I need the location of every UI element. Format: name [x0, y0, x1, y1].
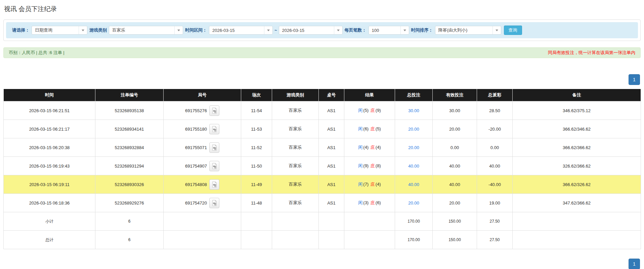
- subtotal-row: 小计 6 170.00 150.00 27.50: [4, 212, 641, 231]
- range-tilde: ~: [274, 28, 277, 33]
- total-bet-link[interactable]: 40.00: [408, 164, 419, 169]
- round-number: 691755071: [185, 145, 207, 150]
- cell-payout: -20.00: [477, 120, 513, 138]
- cell-game-type: 百家乐: [272, 120, 319, 138]
- cell-time: 2026-03-15 06:20:38: [4, 138, 95, 157]
- total-count: 6: [95, 231, 164, 249]
- page-1-button[interactable]: 1: [629, 259, 640, 269]
- subtotal-empty: [319, 212, 344, 231]
- total-empty: [513, 231, 641, 249]
- chevron-down-icon: [264, 26, 272, 34]
- round-number: 691754720: [185, 200, 207, 206]
- game-type-label: 游戏类别: [89, 27, 107, 33]
- table-row: 2026-03-15 06:18:36 523268929276 6917547…: [4, 194, 641, 212]
- result-banker-score: (9): [376, 108, 381, 113]
- query-type-select[interactable]: 日期查询: [32, 26, 87, 35]
- pagination-bottom: 1: [3, 259, 640, 269]
- video-replay-button[interactable]: [209, 105, 219, 116]
- cell-result: 闲(6) 庄(5): [344, 120, 395, 138]
- cell-table-no: AS1: [319, 138, 344, 157]
- search-button[interactable]: 查询: [504, 26, 522, 35]
- round-number: 691755180: [185, 127, 207, 132]
- result-player-score: (5): [363, 108, 369, 113]
- cell-table-no: AS1: [319, 101, 344, 120]
- total-bet-link[interactable]: 20.00: [408, 127, 419, 132]
- cell-bet-id: 523268931294: [95, 157, 164, 175]
- video-file-icon: [211, 200, 217, 206]
- round-number: 691754907: [185, 164, 207, 169]
- total-bet-link[interactable]: 40.00: [408, 182, 419, 187]
- total-bet-link[interactable]: 20.00: [408, 145, 419, 150]
- date-from-value: 2026-03-15: [209, 26, 264, 34]
- subtotal-empty: [513, 212, 641, 231]
- cell-round-id: 691755276: [164, 101, 241, 120]
- date-to-select[interactable]: 2026-03-15: [279, 26, 343, 35]
- result-player-score: (4): [363, 145, 369, 150]
- cell-payout: 40.00: [477, 157, 513, 175]
- cell-total-bet: 40.00: [395, 157, 433, 175]
- cell-result: 闲(4) 庄(4): [344, 138, 395, 157]
- query-type-value: 日期查询: [32, 26, 79, 34]
- pagination-top: 1: [3, 74, 640, 85]
- game-type-select[interactable]: 百家乐: [109, 26, 183, 35]
- cell-time: 2026-03-15 06:19:43: [4, 157, 95, 175]
- date-from-select[interactable]: 2026-03-15: [209, 26, 273, 35]
- subtotal-total-bet: 170.00: [395, 212, 433, 231]
- total-label: 总计: [4, 231, 95, 249]
- header-session: 场次: [241, 89, 272, 101]
- cell-remark: 326.62/366.62: [513, 157, 641, 175]
- video-replay-button[interactable]: [209, 124, 219, 134]
- time-sort-value: 降幂(由大到小): [435, 26, 492, 34]
- cell-round-id: 691754720: [164, 194, 241, 212]
- chevron-down-icon: [334, 26, 342, 34]
- page-size-label: 每页笔数：: [345, 27, 367, 33]
- subtotal-count: 6: [95, 212, 164, 231]
- cell-valid-bet: 20.00: [433, 194, 477, 212]
- result-player: 闲: [358, 200, 362, 205]
- header-time: 时间: [4, 89, 95, 101]
- cell-valid-bet: 0.00: [433, 138, 477, 157]
- subtotal-empty: [241, 212, 272, 231]
- chevron-down-icon: [79, 26, 87, 34]
- table-row-highlighted: 2026-03-15 06:19:11 523268930326 6917548…: [4, 175, 641, 194]
- cell-table-no: AS1: [319, 120, 344, 138]
- cell-game-type: 百家乐: [272, 157, 319, 175]
- time-sort-select[interactable]: 降幂(由大到小): [435, 26, 501, 35]
- cell-remark: 347.62/366.62: [513, 194, 641, 212]
- result-banker: 庄: [371, 163, 375, 168]
- table-row: 2026-03-15 06:21:17 523268934141 6917551…: [4, 120, 641, 138]
- subtotal-empty: [272, 212, 319, 231]
- video-replay-button[interactable]: [209, 161, 219, 171]
- subtotal-valid-bet: 150.00: [433, 212, 477, 231]
- page-1-button[interactable]: 1: [629, 74, 640, 85]
- subtotal-empty: [344, 212, 395, 231]
- video-replay-button[interactable]: [209, 179, 219, 190]
- round-number: 691755276: [185, 108, 207, 113]
- cell-time: 2026-03-15 06:18:36: [4, 194, 95, 212]
- page-size-select[interactable]: 100: [369, 26, 409, 35]
- subtotal-payout: 27.50: [477, 212, 513, 231]
- result-player: 闲: [358, 145, 362, 150]
- page-size-value: 100: [369, 26, 400, 34]
- cell-bet-id: 523268934141: [95, 120, 164, 138]
- cell-remark: 366.62/346.62: [513, 120, 641, 138]
- header-payout: 总派彩: [477, 89, 513, 101]
- cell-remark: 346.62/375.12: [513, 101, 641, 120]
- cell-table-no: AS1: [319, 194, 344, 212]
- header-table-no: 桌号: [319, 89, 344, 101]
- time-sort-label: 时间排序：: [411, 27, 433, 33]
- cell-payout: -40.00: [477, 175, 513, 194]
- video-replay-button[interactable]: [209, 198, 219, 208]
- total-empty: [272, 231, 319, 249]
- total-bet-link[interactable]: 20.00: [408, 200, 419, 206]
- total-bet-link[interactable]: 30.00: [408, 108, 419, 113]
- header-bet-id: 注单编号: [95, 89, 164, 101]
- betting-records-page: 视讯 会员下注纪录 请选择： 日期查询 游戏类别 百家乐 时间区间： 2026-…: [0, 0, 644, 269]
- video-file-icon: [211, 126, 217, 132]
- video-replay-button[interactable]: [209, 142, 219, 153]
- cell-total-bet: 20.00: [395, 138, 433, 157]
- cell-round-id: 691754808: [164, 175, 241, 194]
- cell-table-no: AS1: [319, 157, 344, 175]
- cell-round-id: 691755180: [164, 120, 241, 138]
- result-banker-score: (6): [376, 200, 381, 205]
